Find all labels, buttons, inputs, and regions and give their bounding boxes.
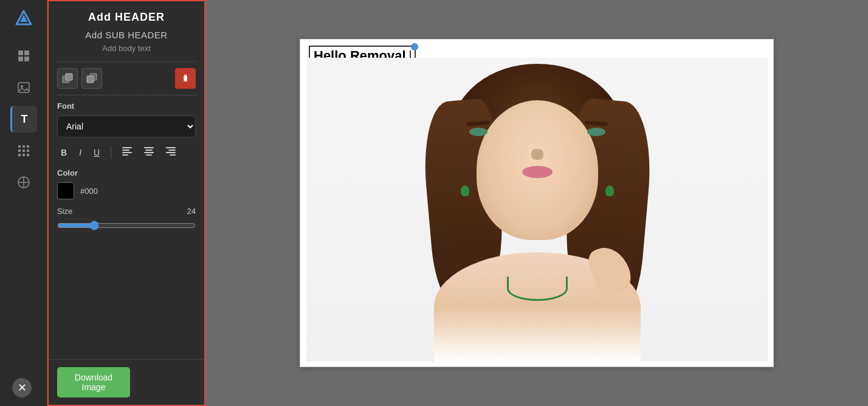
necklace — [507, 277, 568, 301]
sidebar-item-image[interactable] — [10, 74, 37, 101]
svg-rect-20 — [122, 147, 132, 148]
delete-button[interactable] — [175, 68, 196, 89]
layer-controls — [57, 68, 196, 89]
divider-2 — [57, 95, 196, 95]
svg-rect-19 — [87, 76, 94, 83]
earring-right — [605, 185, 614, 196]
text-resize-handle[interactable] — [411, 43, 418, 50]
svg-rect-28 — [166, 147, 176, 148]
bold-button[interactable]: B — [57, 145, 71, 160]
svg-rect-14 — [27, 154, 29, 156]
svg-rect-1 — [24, 50, 29, 55]
download-button[interactable]: Download Image — [57, 367, 130, 397]
svg-rect-17 — [66, 74, 72, 80]
svg-rect-24 — [144, 147, 154, 148]
text-panel: Add HEADER Add SUB HEADER Add body text — [47, 0, 205, 406]
canvas-white[interactable]: Hello Removal — [300, 39, 774, 367]
person-silhouette — [306, 58, 768, 362]
svg-rect-7 — [22, 145, 25, 148]
svg-rect-10 — [22, 150, 25, 152]
app-logo — [12, 6, 36, 30]
color-section-label: Color — [57, 168, 196, 177]
panel-footer: Download Image — [49, 359, 204, 405]
size-value-display: 24 — [187, 207, 196, 216]
svg-rect-30 — [166, 152, 176, 153]
size-slider[interactable] — [57, 221, 196, 230]
align-left-button[interactable] — [119, 145, 136, 160]
align-center-button[interactable] — [140, 145, 157, 160]
color-swatch[interactable] — [57, 182, 74, 199]
svg-rect-8 — [27, 145, 29, 148]
svg-rect-25 — [145, 150, 153, 151]
panel-body-text: Add body text — [57, 44, 196, 53]
panel-header: Add HEADER — [57, 11, 196, 24]
svg-rect-13 — [22, 154, 25, 156]
eye-left — [469, 128, 487, 136]
svg-rect-29 — [168, 150, 176, 151]
font-section-label: Font — [57, 102, 196, 111]
layer-buttons — [57, 68, 102, 89]
canvas-area: Hello Removal — [205, 0, 868, 406]
size-section-label: Size — [57, 207, 72, 216]
layer-down-button[interactable] — [81, 68, 102, 89]
color-row: #000 — [57, 182, 196, 199]
person-image — [306, 58, 768, 362]
svg-rect-11 — [27, 150, 29, 152]
earring-left — [461, 185, 469, 196]
text-icon: T — [21, 113, 28, 126]
sidebar-item-adjust[interactable] — [10, 169, 37, 196]
app-bottom-left: ✕ — [12, 378, 32, 397]
sidebar-item-layout[interactable] — [10, 43, 37, 69]
svg-rect-31 — [170, 154, 176, 156]
svg-rect-2 — [18, 57, 23, 61]
svg-rect-4 — [18, 83, 29, 92]
svg-rect-22 — [122, 152, 132, 153]
nose — [531, 149, 543, 160]
underline-button[interactable]: U — [90, 145, 103, 160]
sidebar-item-pattern[interactable] — [10, 137, 37, 164]
format-separator — [111, 146, 111, 159]
svg-rect-27 — [146, 154, 152, 156]
svg-rect-12 — [18, 154, 21, 156]
color-value-label: #000 — [80, 187, 98, 196]
eye-right — [587, 128, 605, 136]
size-row: Size 24 — [57, 207, 196, 216]
face-container — [416, 64, 659, 362]
panel-subheader: Add SUB HEADER — [57, 30, 196, 40]
svg-rect-21 — [122, 150, 129, 151]
align-right-button[interactable] — [162, 145, 179, 160]
text-format-row: B I U — [57, 145, 196, 160]
svg-rect-6 — [18, 145, 21, 148]
close-button[interactable]: ✕ — [12, 378, 32, 397]
font-select[interactable]: Arial Times New Roman Verdana Georgia He… — [57, 115, 196, 137]
svg-rect-26 — [144, 152, 154, 153]
layer-up-button[interactable] — [57, 68, 78, 89]
icon-sidebar: T — [0, 0, 47, 406]
svg-rect-23 — [122, 154, 128, 156]
italic-button[interactable]: I — [75, 145, 85, 160]
svg-rect-9 — [18, 150, 21, 152]
svg-rect-0 — [18, 50, 23, 55]
svg-rect-3 — [24, 57, 29, 61]
sidebar-item-text[interactable]: T — [10, 106, 37, 132]
lips — [522, 166, 553, 178]
svg-point-5 — [21, 85, 23, 88]
size-slider-container — [57, 221, 196, 233]
divider-1 — [57, 61, 196, 62]
